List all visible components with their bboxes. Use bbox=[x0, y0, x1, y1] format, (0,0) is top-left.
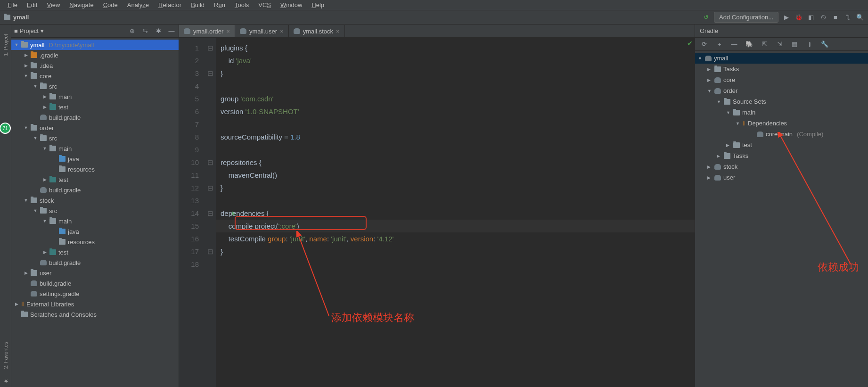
debug-icon[interactable]: 🐞 bbox=[794, 13, 803, 22]
gradle-toolbar: ⟳ ＋ — 🐘 ⇱ ⇲ ▦ ⫿ 🔧 bbox=[695, 38, 868, 51]
tree-external-libs[interactable]: ▶⫴External Libraries bbox=[11, 299, 179, 309]
tab-ymall-user[interactable]: ymall.user× bbox=[235, 25, 289, 37]
gradle-core[interactable]: ▶core bbox=[695, 74, 868, 85]
tree-order-src[interactable]: ▼src bbox=[11, 133, 179, 143]
hide-icon[interactable]: — bbox=[167, 27, 176, 35]
tree-order-java[interactable]: java bbox=[11, 154, 179, 164]
tree-order-resources[interactable]: resources bbox=[11, 164, 179, 174]
close-icon[interactable]: × bbox=[336, 28, 340, 35]
gradle-dependencies[interactable]: ▼⫴Dependencies bbox=[695, 118, 868, 129]
expand-icon[interactable]: ⇱ bbox=[760, 40, 769, 49]
menu-help[interactable]: Help bbox=[308, 0, 328, 9]
menu-navigate[interactable]: Navigate bbox=[66, 0, 97, 9]
collapse-all-icon[interactable]: ⇲ bbox=[775, 40, 784, 49]
gradle-test[interactable]: ▶test bbox=[695, 140, 868, 150]
gradle-order[interactable]: ▼order bbox=[695, 85, 868, 96]
menu-edit[interactable]: Edit bbox=[23, 0, 41, 9]
tree-settings[interactable]: settings.gradle bbox=[11, 288, 179, 299]
locate-icon[interactable]: ⊕ bbox=[128, 27, 136, 35]
annotation-right-label: 依赖成功 bbox=[818, 260, 859, 274]
settings-icon[interactable]: ✱ bbox=[154, 27, 163, 35]
tree-idea[interactable]: ▶.idea bbox=[11, 60, 179, 71]
tree-stock-build[interactable]: build.gradle bbox=[11, 257, 179, 268]
tree-root-build[interactable]: build.gradle bbox=[11, 278, 179, 288]
gradle-user[interactable]: ▶user bbox=[695, 172, 868, 183]
update-icon[interactable]: ⇅ bbox=[843, 13, 852, 22]
menu-analyze[interactable]: Analyze bbox=[123, 0, 153, 9]
tree-user[interactable]: ▶user bbox=[11, 268, 179, 278]
tree-stock-src[interactable]: ▼src bbox=[11, 206, 179, 216]
menu-vcs[interactable]: VCS bbox=[254, 0, 275, 9]
menu-view[interactable]: View bbox=[43, 0, 64, 9]
tab-ymall-stock[interactable]: ymall.stock× bbox=[289, 25, 345, 37]
notification-badge[interactable]: 71 bbox=[0, 123, 11, 134]
tree-stock[interactable]: ▼stock bbox=[11, 195, 179, 206]
gradle-order-tasks[interactable]: ▶Tasks bbox=[695, 150, 868, 161]
tree-core-main[interactable]: ▶main bbox=[11, 91, 179, 102]
tree-order-test[interactable]: ▶test bbox=[11, 174, 179, 185]
profile-icon[interactable]: ⏲ bbox=[819, 13, 827, 22]
tree-core-test[interactable]: ▶test bbox=[11, 102, 179, 112]
run-icon[interactable]: ▶ bbox=[782, 13, 791, 22]
tab-ymall-order[interactable]: ymall.order× bbox=[179, 25, 235, 37]
tree-order-build[interactable]: build.gradle bbox=[11, 185, 179, 195]
menu-code[interactable]: Code bbox=[99, 0, 122, 9]
tree-order[interactable]: ▼order bbox=[11, 123, 179, 133]
gradle-root-tasks[interactable]: ▶Tasks bbox=[695, 64, 868, 74]
editor-area: ymall.order× ymall.user× ymall.stock× ✔ … bbox=[179, 25, 695, 387]
project-tool-tab[interactable]: 1: Project bbox=[3, 34, 8, 56]
gradle-source-sets[interactable]: ▼Source Sets bbox=[695, 96, 868, 107]
gradle-core-main-dep[interactable]: core:main(Compile) bbox=[695, 129, 868, 140]
gradle-tree[interactable]: ▼ymall ▶Tasks ▶core ▼order ▼Source Sets … bbox=[695, 51, 868, 185]
coverage-icon[interactable]: ◧ bbox=[807, 13, 815, 22]
marker-column: ⊟ ⊟ ⊟ ⊟ ⊟ ⊟ bbox=[207, 38, 216, 387]
gradle-root[interactable]: ▼ymall bbox=[695, 53, 868, 64]
close-icon[interactable]: × bbox=[280, 28, 284, 35]
menu-bar: FFileile Edit View Navigate Code Analyze… bbox=[0, 0, 868, 10]
menu-build[interactable]: Build bbox=[187, 0, 208, 9]
tree-stock-java[interactable]: java bbox=[11, 226, 179, 237]
menu-window[interactable]: Window bbox=[277, 0, 306, 9]
gradle-panel: Gradle ⟳ ＋ — 🐘 ⇱ ⇲ ▦ ⫿ 🔧 ▼ymall ▶Tasks ▶… bbox=[695, 25, 868, 387]
stop-icon[interactable]: ■ bbox=[831, 13, 840, 22]
tree-core-build[interactable]: build.gradle bbox=[11, 112, 179, 123]
build-icon[interactable]: ↺ bbox=[702, 13, 710, 22]
close-icon[interactable]: × bbox=[226, 28, 230, 35]
add-configuration-button[interactable]: Add Configuration... bbox=[714, 12, 778, 23]
tree-core-src[interactable]: ▼src bbox=[11, 81, 179, 91]
annotation-left-label: 添加依赖模块名称 bbox=[331, 311, 414, 324]
menu-file[interactable]: FFileile bbox=[4, 0, 21, 9]
run-task-icon[interactable]: 🐘 bbox=[745, 40, 753, 49]
project-view-selector[interactable]: ■ Project ▾ bbox=[14, 27, 44, 34]
refresh-icon[interactable]: ⟳ bbox=[700, 40, 708, 49]
favorites-tool-tab[interactable]: 2: Favorites bbox=[3, 342, 8, 369]
navigation-bar: ymall ↺ Add Configuration... ▶ 🐞 ◧ ⏲ ■ ⇅… bbox=[0, 10, 868, 25]
current-line[interactable]: compile project(':core') bbox=[216, 220, 695, 232]
tree-stock-resources[interactable]: resources bbox=[11, 237, 179, 247]
tree-root[interactable]: ▼ ymallD:\mycode\ymall bbox=[11, 40, 179, 50]
menu-refactor[interactable]: Refactor bbox=[155, 0, 185, 9]
add-icon[interactable]: ＋ bbox=[715, 40, 723, 49]
project-tree[interactable]: ▼ ymallD:\mycode\ymall ▶.gradle ▶.idea ▼… bbox=[11, 38, 179, 387]
menu-tools[interactable]: Tools bbox=[231, 0, 253, 9]
code-editor[interactable]: 123456789 101112131415161718 ⊟ ⊟ ⊟ ⊟ ⊟ ⊟… bbox=[179, 38, 695, 387]
tree-stock-main[interactable]: ▼main bbox=[11, 216, 179, 226]
breadcrumb-root[interactable]: ymall bbox=[13, 14, 29, 21]
gradle-settings-icon[interactable]: 🔧 bbox=[820, 40, 829, 49]
tree-gradle[interactable]: ▶.gradle bbox=[11, 50, 179, 60]
collapse-icon[interactable]: ⇆ bbox=[141, 27, 149, 35]
editor-tabs: ymall.order× ymall.user× ymall.stock× bbox=[179, 25, 695, 38]
tree-order-main[interactable]: ▼main bbox=[11, 143, 179, 154]
menu-run[interactable]: Run bbox=[210, 0, 229, 9]
offline-icon[interactable]: ▦ bbox=[790, 40, 799, 49]
remove-icon[interactable]: — bbox=[730, 40, 738, 49]
search-icon[interactable]: 🔍 bbox=[856, 13, 864, 22]
gradle-stock[interactable]: ▶stock bbox=[695, 161, 868, 172]
left-tool-strip: 1: Project 2: Favorites ★ bbox=[0, 25, 11, 387]
auto-import-icon[interactable]: ⫿ bbox=[805, 40, 814, 49]
tree-core[interactable]: ▼core bbox=[11, 71, 179, 81]
project-root-icon bbox=[4, 15, 10, 20]
tree-stock-test[interactable]: ▶test bbox=[11, 247, 179, 257]
tree-scratches[interactable]: Scratches and Consoles bbox=[11, 309, 179, 320]
gradle-main[interactable]: ▼main bbox=[695, 107, 868, 118]
